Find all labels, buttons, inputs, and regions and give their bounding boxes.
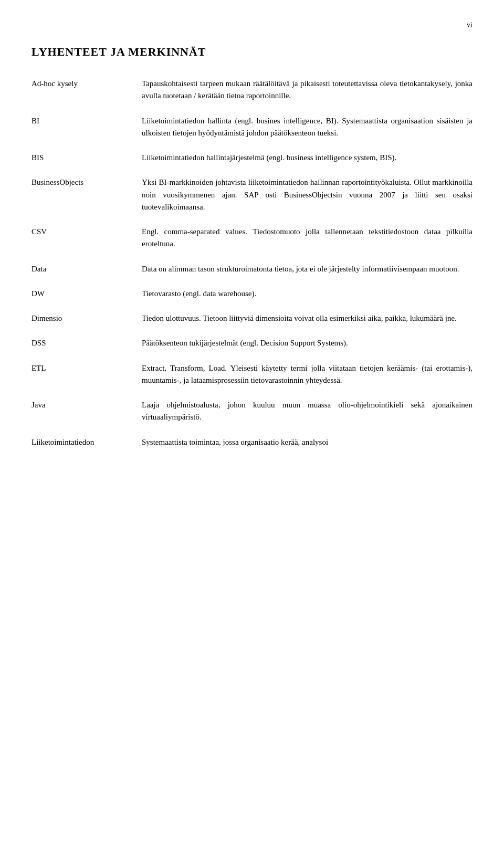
glossary-row: BILiiketoimintatiedon hallinta (engl. bu… (32, 115, 472, 152)
definition-cell: Data on alimman tason strukturoimatonta … (142, 263, 472, 288)
glossary-row: Ad-hoc kyselyTapauskohtaisesti tarpeen m… (32, 78, 472, 115)
definition-cell: Tietovarasto (engl. data warehouse). (142, 288, 472, 312)
definition-cell: Systemaattista toimintaa, jossa organisa… (142, 436, 472, 461)
glossary-row: JavaLaaja ohjelmistoalusta, johon kuuluu… (32, 399, 472, 436)
glossary-row: DataData on alimman tason strukturoimato… (32, 263, 472, 288)
definition-cell: Tapauskohtaisesti tarpeen mukaan räätälö… (142, 78, 472, 115)
term-cell: Ad-hoc kysely (32, 78, 142, 115)
term-cell: BI (32, 115, 142, 152)
term-cell: BusinessObjects (32, 176, 142, 226)
definition-cell: Liiketoimintatiedon hallinta (engl. busi… (142, 115, 472, 152)
definition-cell: Tiedon ulottuvuus. Tietoon liittyviä dim… (142, 312, 472, 337)
glossary-row: DSSPäätöksenteon tukijärjestelmät (engl.… (32, 337, 472, 362)
glossary-row: DimensioTiedon ulottuvuus. Tietoon liitt… (32, 312, 472, 337)
term-cell: CSV (32, 226, 142, 263)
definition-cell: Engl. comma-separated values. Tiedostomu… (142, 226, 472, 263)
term-cell: Dimensio (32, 312, 142, 337)
glossary-row: ETLExtract, Transform, Load. Yleisesti k… (32, 362, 472, 400)
term-cell: Data (32, 263, 142, 288)
definition-cell: Yksi BI-markkinoiden johtavista liiketoi… (142, 176, 472, 226)
term-cell: DSS (32, 337, 142, 362)
term-cell: BIS (32, 152, 142, 176)
page-title: LYHENTEET JA MERKINNÄT (32, 45, 472, 59)
definition-cell: Liiketoimintatiedon hallintajärjestelmä … (142, 152, 472, 176)
term-cell: DW (32, 288, 142, 312)
definition-cell: Päätöksenteon tukijärjestelmät (engl. De… (142, 337, 472, 362)
glossary-row: DWTietovarasto (engl. data warehouse). (32, 288, 472, 312)
term-cell: Liiketoimintatiedon (32, 436, 142, 461)
glossary-table: Ad-hoc kyselyTapauskohtaisesti tarpeen m… (32, 78, 472, 461)
term-cell: Java (32, 399, 142, 436)
definition-cell: Laaja ohjelmistoalusta, johon kuuluu muu… (142, 399, 472, 436)
glossary-row: LiiketoimintatiedonSystemaattista toimin… (32, 436, 472, 461)
glossary-row: BISLiiketoimintatiedon hallintajärjestel… (32, 152, 472, 176)
glossary-row: CSVEngl. comma-separated values. Tiedost… (32, 226, 472, 263)
definition-cell: Extract, Transform, Load. Yleisesti käyt… (142, 362, 472, 400)
term-cell: ETL (32, 362, 142, 400)
glossary-row: BusinessObjectsYksi BI-markkinoiden joht… (32, 176, 472, 226)
page-number: vi (32, 21, 472, 29)
